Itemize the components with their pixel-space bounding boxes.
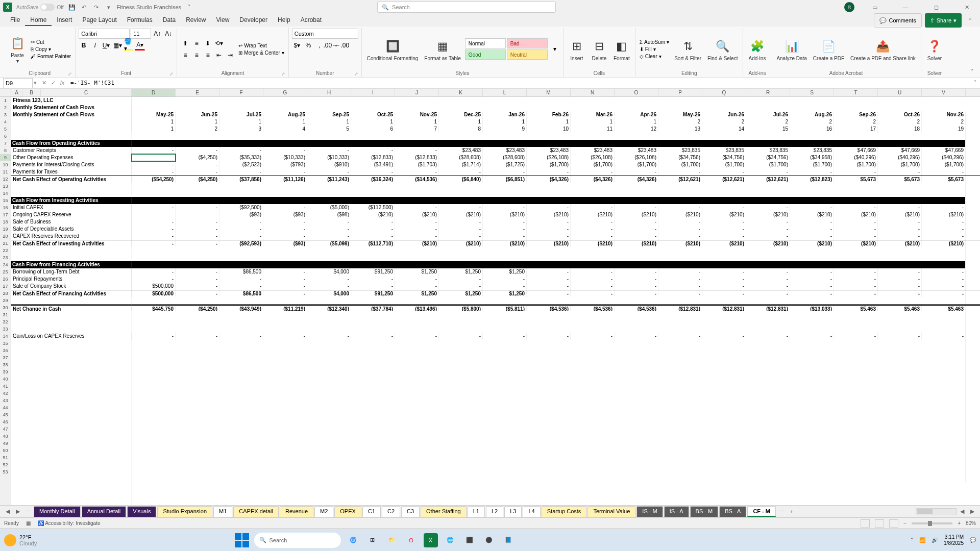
cell-data[interactable]: ($13,496): [395, 306, 439, 311]
cell-data[interactable]: ($1,700): [658, 161, 702, 168]
cell-data[interactable]: -: [571, 268, 615, 276]
wifi-icon[interactable]: 📶: [919, 537, 925, 543]
grid-row[interactable]: Cash Flow from Financing Activities: [11, 261, 980, 268]
weather-widget[interactable]: 22°FCloudy: [4, 534, 37, 546]
cell-data[interactable]: ($210): [571, 211, 615, 218]
cell-data[interactable]: -: [571, 168, 615, 176]
filename[interactable]: Fitness Studio Franchises: [117, 4, 182, 10]
cell-data[interactable]: ($210): [834, 240, 878, 247]
wrap-text-button[interactable]: ↩ Wrap Text: [237, 42, 285, 49]
cell-data[interactable]: $1,250: [483, 290, 527, 297]
cell-data[interactable]: -: [176, 283, 219, 290]
underline-button[interactable]: U▾: [101, 40, 111, 51]
cell-data[interactable]: -: [922, 204, 966, 211]
redo-icon[interactable]: ↷: [92, 3, 101, 11]
align-left-icon[interactable]: ≡: [180, 50, 190, 60]
font-name-select[interactable]: [79, 29, 130, 39]
filename-dropdown-icon[interactable]: ˅: [185, 3, 193, 11]
grid-row[interactable]: 12345678910111213141516171819: [11, 126, 980, 133]
grid-row[interactable]: [11, 190, 980, 197]
row-label[interactable]: Sale of Company Stock: [11, 283, 132, 290]
format-painter-button[interactable]: 🖌 Format Painter: [30, 53, 72, 60]
row-header-30[interactable]: 30: [0, 304, 11, 311]
row-label[interactable]: Net Cash Effect of Investing Activities: [11, 240, 132, 247]
cell-data[interactable]: -: [571, 333, 615, 340]
grid-row[interactable]: [11, 397, 980, 404]
row-label[interactable]: Borrowing of Long-Term Debt: [11, 268, 132, 276]
row-header-26[interactable]: 26: [0, 276, 11, 283]
section-header[interactable]: Cash Flow from Financing Activities: [11, 261, 966, 268]
sheet-tab-capex-detail[interactable]: CAPEX detail: [233, 506, 279, 517]
cell-data[interactable]: -: [834, 276, 878, 283]
cell-data[interactable]: -: [176, 276, 219, 283]
cell-data[interactable]: -: [746, 168, 790, 176]
grid-row[interactable]: Payments for Taxes-------------------: [11, 168, 980, 176]
cell-data[interactable]: -: [702, 268, 746, 276]
launcher-icon[interactable]: ⤢: [281, 71, 285, 77]
cell-data[interactable]: ($1,725): [483, 161, 527, 168]
cell-data[interactable]: -: [746, 204, 790, 211]
cell-data[interactable]: -: [790, 168, 834, 176]
cell-data[interactable]: -: [439, 233, 483, 240]
cell-data[interactable]: -: [790, 283, 834, 290]
cell-data[interactable]: ($12,831): [658, 306, 702, 311]
cell-data[interactable]: ($12,621): [658, 176, 702, 183]
cell-data[interactable]: -: [702, 283, 746, 290]
cell-data[interactable]: -: [176, 240, 219, 247]
grid-row[interactable]: [11, 347, 980, 354]
app2-icon[interactable]: ⚫: [482, 533, 496, 547]
percent-icon[interactable]: %: [303, 40, 313, 51]
cell-data[interactable]: 2: [922, 118, 966, 126]
grid-row[interactable]: Sale of Business-------------------: [11, 218, 980, 226]
cell-data[interactable]: ($210): [746, 240, 790, 247]
style-normal[interactable]: Normal: [465, 38, 506, 48]
cell-data[interactable]: -: [263, 168, 307, 176]
grid-row[interactable]: [11, 311, 980, 318]
grid-row[interactable]: [11, 318, 980, 325]
cell-data[interactable]: $5,463: [922, 306, 966, 311]
indent-inc-icon[interactable]: ⇥: [225, 50, 235, 60]
cell-data[interactable]: $86,500: [219, 268, 263, 276]
cell-data[interactable]: -: [527, 218, 571, 226]
grid-row[interactable]: Gain/Loss on CAPEX Reserves-------------…: [11, 333, 980, 340]
grid-row[interactable]: [11, 418, 980, 425]
cell-data[interactable]: -: [307, 147, 351, 154]
date-header[interactable]: Oct-25: [351, 111, 395, 118]
col-header-L[interactable]: L: [483, 89, 527, 96]
sheet-tab-is-a[interactable]: IS - A: [664, 506, 689, 517]
tray-chevron-icon[interactable]: ˄: [911, 537, 913, 543]
cell-data[interactable]: -: [351, 276, 395, 283]
cell-data[interactable]: -: [790, 218, 834, 226]
cell-data[interactable]: $1,250: [439, 290, 483, 297]
cell-data[interactable]: ($210): [922, 240, 966, 247]
cell-data[interactable]: ($4,326): [571, 176, 615, 183]
create-pdf-button[interactable]: 📄Create a PDF: [811, 36, 846, 62]
cell-data[interactable]: ($93): [263, 240, 307, 247]
cell-data[interactable]: 17: [834, 126, 878, 133]
row-header-48[interactable]: 48: [0, 433, 11, 440]
row-header-32[interactable]: 32: [0, 318, 11, 325]
cell-data[interactable]: ($210): [351, 211, 395, 218]
grid-row[interactable]: [11, 254, 980, 261]
cell-data[interactable]: -: [395, 333, 439, 340]
cell-data[interactable]: 1: [527, 118, 571, 126]
notifications-icon[interactable]: 💬: [970, 537, 976, 543]
page-break-view-icon[interactable]: [889, 519, 898, 528]
cell-data[interactable]: -: [658, 168, 702, 176]
task-view-icon[interactable]: ⊞: [365, 533, 380, 547]
cell-data[interactable]: -: [878, 276, 922, 283]
paste-button[interactable]: 📋Paste▾: [7, 33, 28, 65]
cell-data[interactable]: ($1,700): [834, 161, 878, 168]
cell-data[interactable]: 1: [307, 118, 351, 126]
cell-data[interactable]: -: [132, 240, 176, 247]
analyze-data-button[interactable]: 📊Analyze Data: [774, 36, 808, 62]
grid-row[interactable]: [11, 461, 980, 468]
cell-data[interactable]: ($1,700): [878, 161, 922, 168]
date-header[interactable]: May-26: [658, 111, 702, 118]
copy-button[interactable]: ⎘ Copy ▾: [30, 46, 72, 53]
tab-nav-prev-icon[interactable]: ◀: [3, 507, 12, 516]
cell-data[interactable]: ($40,296): [878, 154, 922, 161]
launcher-icon[interactable]: ⤢: [169, 71, 174, 77]
cell-data[interactable]: ($6,840): [439, 176, 483, 183]
cell-data[interactable]: $500,000: [132, 290, 176, 297]
